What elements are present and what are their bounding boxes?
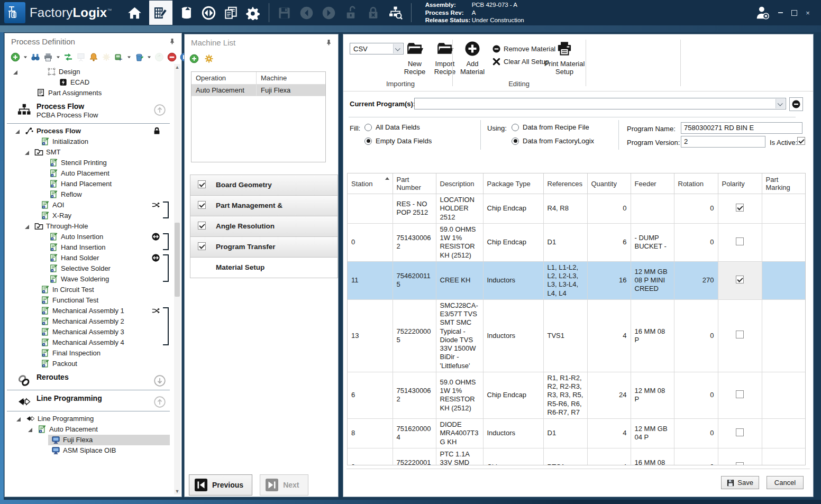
tree-item-mechanical-assembly-4[interactable]: Mechanical Assembly 4 [6, 337, 173, 348]
caret-icon[interactable] [56, 52, 61, 62]
tree-item-mechanical-assembly-1[interactable]: Mechanical Assembly 1 [6, 306, 173, 316]
expander-icon[interactable] [13, 70, 17, 75]
column-header-part-number[interactable]: Part Number [393, 173, 436, 194]
print-material-setup-button[interactable]: Print Material Setup [539, 41, 590, 76]
lock-x-icon[interactable] [364, 2, 382, 23]
next-button[interactable]: Next [260, 474, 308, 496]
radio-icon[interactable] [512, 138, 519, 145]
material-row[interactable]: 137522200005SMCJ28CA-E3/57T TVS SMT SMC … [348, 299, 805, 372]
process-definition-icon[interactable] [149, 1, 172, 25]
section-process-flow[interactable]: Process FlowPCBA Process Flow [6, 101, 173, 121]
share-icon[interactable] [114, 52, 124, 62]
material-row[interactable]: 87516200004DIODE MRA4007T3G KHInductorsD… [348, 419, 805, 448]
flow-search-icon[interactable] [387, 2, 405, 23]
is-active-checkbox[interactable] [797, 137, 805, 145]
fill-option[interactable]: All Data Fields [364, 123, 420, 131]
navigate-icon[interactable] [200, 2, 218, 23]
home-icon[interactable] [126, 2, 144, 23]
expander-icon[interactable] [25, 225, 29, 229]
radio-icon[interactable] [364, 138, 372, 145]
section-reroutes[interactable]: Reroutes [6, 372, 173, 388]
remove-red-icon[interactable] [167, 52, 177, 62]
save-icon[interactable] [276, 2, 294, 23]
tree-item-asm-siplace-oib[interactable]: ASM Siplace OIB [6, 445, 173, 456]
polarity-checkbox[interactable] [736, 331, 744, 338]
column-header-package-type[interactable]: Package Type [483, 173, 543, 194]
board-icon[interactable] [76, 52, 86, 62]
material-row[interactable]: RES - NO POP 2512LOCATION HOLDER 2512Chi… [348, 194, 805, 224]
machine-row[interactable]: Auto PlacementFuji Flexa [191, 85, 325, 96]
format-select[interactable]: CSV [350, 43, 404, 54]
column-header-polarity[interactable]: Polarity [718, 173, 762, 194]
tree-item-auto-insertion[interactable]: Auto Insertion [6, 232, 173, 242]
tree-item-x-ray[interactable]: X-Ray [6, 210, 173, 221]
tree-item-process-flow[interactable]: Process Flow [6, 126, 173, 136]
tree-item-aoi[interactable]: AOI [6, 200, 173, 210]
polarity-checkbox[interactable] [736, 390, 744, 398]
gear-muted-icon[interactable] [101, 52, 112, 62]
current-programs-select[interactable] [414, 98, 786, 109]
polarity-checkbox[interactable] [736, 204, 744, 212]
radio-icon[interactable] [364, 124, 372, 131]
column-header-references[interactable]: References [543, 173, 587, 194]
tree-item-through-hole[interactable]: Through-Hole [6, 221, 173, 232]
save-button[interactable]: Save [721, 476, 759, 489]
fill-option[interactable]: Empty Data Fields [364, 137, 432, 145]
tree-item-in-circuit-test[interactable]: In Circuit Test [6, 285, 173, 295]
back-icon[interactable] [298, 2, 316, 23]
column-header-operation[interactable]: Operation [191, 72, 257, 84]
using-option[interactable]: Data from Recipe File [512, 123, 589, 131]
shuffle-icon[interactable] [152, 201, 160, 209]
tree-item-design[interactable]: Design [6, 67, 173, 77]
swap-icon[interactable] [152, 233, 160, 241]
step-board-geometry[interactable]: Board Geometry [190, 175, 338, 196]
scroll-down-icon[interactable]: ▼ [174, 488, 180, 494]
tree-item-smt[interactable]: SMT [6, 147, 173, 158]
swap-icon[interactable] [152, 254, 160, 262]
tree-item-mechanical-assembly-3[interactable]: Mechanical Assembly 3 [6, 327, 173, 337]
caret-icon[interactable] [147, 52, 152, 62]
column-header-feeder[interactable]: Feeder [631, 173, 674, 194]
tree-item-stencil-printing[interactable]: Stencil Printing [6, 158, 173, 168]
tree-item-reflow[interactable]: Reflow [6, 189, 173, 200]
gear-gold-icon[interactable] [204, 53, 214, 64]
tree-item-auto-placement[interactable]: Auto Placement [6, 168, 173, 179]
polarity-checkbox[interactable] [736, 428, 744, 436]
remove-program-button[interactable] [789, 97, 803, 111]
step-checkbox[interactable] [198, 201, 206, 209]
step-angle-resolution[interactable]: Angle Resolution [190, 216, 338, 237]
tree-item-ecad[interactable]: ECAD [6, 77, 173, 88]
program-name-input[interactable]: 7580300271 RD BIN E [681, 122, 802, 134]
program-version-input[interactable]: 2 [681, 136, 765, 148]
section-line-programming[interactable]: Line Programming [6, 393, 173, 409]
using-option[interactable]: Data from FactoryLogix [512, 137, 594, 145]
cancel-button[interactable]: Cancel [767, 476, 804, 489]
step-part-management-troubleshooting[interactable]: Part Management & Troubleshooting [190, 195, 338, 216]
documents-icon[interactable] [222, 2, 240, 23]
materials-icon[interactable] [178, 2, 196, 23]
shuffle-icon[interactable] [152, 307, 160, 315]
import-recipe-button[interactable]: Import Recipe [430, 41, 460, 76]
circle-down-icon[interactable] [154, 375, 166, 387]
unlock-icon[interactable] [342, 2, 360, 23]
step-program-transfer[interactable]: Program Transfer [190, 236, 338, 258]
tree-scrollbar[interactable]: ▲ ▼ [174, 64, 180, 494]
expander-icon[interactable] [25, 151, 29, 155]
add-icon[interactable] [10, 52, 21, 62]
settings-gear-icon[interactable] [244, 2, 262, 23]
column-header-station[interactable]: Station [348, 173, 393, 194]
step-checkbox[interactable] [198, 222, 206, 230]
close-button[interactable]: × [801, 7, 815, 19]
sync-icon[interactable] [63, 52, 74, 62]
step-checkbox[interactable] [198, 180, 206, 188]
circle-up-icon[interactable] [154, 104, 166, 116]
forward-icon[interactable] [320, 2, 338, 23]
radio-icon[interactable] [512, 124, 519, 131]
polarity-checkbox[interactable] [736, 237, 744, 245]
circle-up-icon[interactable] [154, 396, 166, 408]
tree-item-fuji-flexa[interactable]: Fuji Flexa [6, 435, 173, 445]
tree-item-functional-test[interactable]: Functional Test [6, 295, 173, 306]
column-header-description[interactable]: Description [436, 173, 483, 194]
new-recipe-button[interactable]: New Recipe [400, 41, 429, 76]
user-logout-icon[interactable] [752, 2, 773, 23]
